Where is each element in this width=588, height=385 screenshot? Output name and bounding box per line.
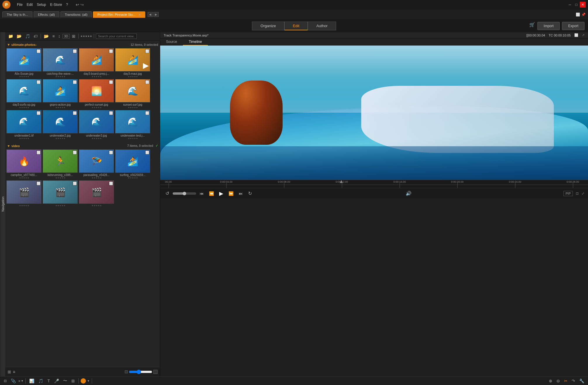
tl-zoom-out-icon[interactable]: ⊖ bbox=[555, 378, 561, 384]
tab-project-bin[interactable]: Project Bin: Pinnacle Stu... ✕ bbox=[93, 11, 145, 18]
window-minimize[interactable]: ─ bbox=[567, 2, 573, 8]
media-rating-v5[interactable]: ★★★★★ bbox=[6, 204, 41, 207]
small-thumb-toggle[interactable] bbox=[125, 370, 128, 373]
transport-return-icon[interactable]: ↺ bbox=[164, 190, 171, 197]
media-rating-campfire[interactable]: ★★★★★ bbox=[6, 177, 41, 179]
media-rating-8[interactable]: ★★★★★ bbox=[115, 106, 150, 109]
tl-wrench-icon[interactable]: 🔧 bbox=[578, 378, 586, 384]
media-rating-7[interactable]: ★★★★★ bbox=[79, 106, 114, 109]
media-item-day3-maui[interactable]: ▶ 🏄 ⬜ day3-maui.jpg ★★★★★ bbox=[115, 48, 150, 78]
rating-filter[interactable]: ★★★★★ bbox=[80, 35, 92, 38]
export-button[interactable]: Export bbox=[562, 22, 584, 30]
media-rating-v7[interactable]: ★★★★★ bbox=[79, 204, 114, 207]
skip-to-end-icon[interactable]: ⏭ bbox=[237, 191, 245, 196]
navigation-tab[interactable]: Navigation bbox=[0, 32, 5, 376]
transport-slider-thumb[interactable] bbox=[183, 192, 186, 195]
tl-text-icon[interactable]: T bbox=[46, 378, 51, 384]
media-rating-6[interactable]: ★★★★★ bbox=[43, 106, 78, 109]
pin-panel-icon[interactable]: 📌 bbox=[581, 13, 586, 17]
media-item-alix[interactable]: 🏄 ⬜ Alix-Susan.jpg ★★★★★ bbox=[6, 48, 41, 78]
tab-close-icon[interactable]: ✕ bbox=[138, 13, 141, 16]
media-item-underwater-test[interactable]: 🌊 ⬜ underwater-test.j... ★★★★★ bbox=[115, 110, 150, 140]
tl-dropdown-2[interactable]: ▼ bbox=[87, 379, 90, 382]
menu-help[interactable]: ? bbox=[64, 2, 70, 7]
media-rating-parasailing[interactable]: ★★★★★ bbox=[79, 177, 114, 179]
play-pause-button[interactable]: ▶ bbox=[217, 190, 225, 197]
media-item-v7[interactable]: 🎬 ⬜ ★★★★★ bbox=[79, 180, 114, 207]
tab-source[interactable]: Source bbox=[160, 39, 183, 46]
media-item-underwater1[interactable]: 🌊 ⬜ underwater1.tif ★★★★★ bbox=[6, 110, 41, 140]
media-item-perfect-sunset[interactable]: 🌅 ⬜ perfect-sunset.jpg ★★★★★ bbox=[79, 79, 114, 109]
sort-icon[interactable]: ↕ bbox=[57, 33, 61, 39]
media-item-kidsrunning[interactable]: 🏃 ⬜ kidsrunning_v388... ★★★★★ bbox=[43, 149, 78, 179]
transport-slider[interactable] bbox=[173, 192, 196, 195]
tl-collapse-icon[interactable]: ⊟ bbox=[2, 378, 8, 384]
step-forward-icon[interactable]: ⏩ bbox=[227, 191, 235, 196]
media-item-v6[interactable]: 🎬 ⬜ ★★★★★ bbox=[43, 180, 78, 207]
tl-wave-icon[interactable]: 〜 bbox=[62, 378, 69, 384]
media-rating-1[interactable]: ★★★★★ bbox=[6, 75, 41, 78]
edit-button[interactable]: Edit bbox=[284, 22, 308, 30]
folder-open-icon[interactable]: 📂 bbox=[43, 33, 50, 39]
media-rating-10[interactable]: ★★★★★ bbox=[43, 137, 78, 140]
step-back-icon[interactable]: ⏪ bbox=[207, 191, 216, 196]
media-rating-surfing[interactable]: ★★★★★ bbox=[115, 177, 150, 179]
media-rating-2[interactable]: ★★★★★ bbox=[43, 75, 78, 78]
expand-icon[interactable]: ⬜ bbox=[574, 33, 578, 37]
cart-icon[interactable]: 🛒 bbox=[529, 22, 535, 30]
section-expand-video-icon[interactable]: ▼ bbox=[7, 144, 10, 148]
media-item-day3-board[interactable]: 🏄 ⬜ day3-board-prep.j... ★★★★★ bbox=[79, 48, 114, 78]
tab-transitions[interactable]: Transitions: (all) bbox=[60, 11, 92, 18]
window-maximize[interactable]: □ bbox=[573, 2, 579, 8]
import-media-icon[interactable]: 📁 bbox=[7, 33, 14, 39]
tl-grid-icon[interactable]: ⊞ bbox=[70, 378, 76, 384]
media-item-underwater2[interactable]: 🌊 ⬜ underwater2.jpg ★★★★★ bbox=[43, 110, 78, 140]
window-close[interactable]: ✕ bbox=[580, 2, 586, 8]
skip-to-start-icon[interactable]: ⏮ bbox=[198, 191, 205, 196]
menu-file[interactable]: File bbox=[15, 2, 24, 7]
volume-icon[interactable]: 🔊 bbox=[404, 190, 413, 197]
maximize-panel-icon[interactable]: ⬜ bbox=[576, 13, 580, 17]
pip-button[interactable]: PIP bbox=[563, 191, 573, 196]
media-item-gopro[interactable]: 🏄 ⬜ gopro-action.jpg ★★★★★ bbox=[43, 79, 78, 109]
media-rating-11[interactable]: ★★★★★ bbox=[79, 137, 114, 140]
media-item-catching[interactable]: 🌊 ⬜ catching-the-wave-... ★★★★★ bbox=[43, 48, 78, 78]
thumb-size-slider[interactable] bbox=[129, 370, 152, 374]
storyboard-icon[interactable]: ⊞ bbox=[8, 370, 11, 374]
tab-scroll-left[interactable]: ◀ bbox=[148, 12, 153, 17]
loop-icon[interactable]: ↻ bbox=[246, 190, 254, 197]
tl-orange-btn[interactable] bbox=[81, 378, 86, 384]
author-button[interactable]: Author bbox=[308, 22, 336, 30]
redo-button[interactable]: ↪ bbox=[80, 2, 84, 7]
media-rating-9[interactable]: ★★★★★ bbox=[6, 137, 41, 140]
tl-dropdown-1[interactable]: ≡ ▼ bbox=[18, 379, 23, 383]
aspect-ratio-icon[interactable]: ⊡ bbox=[576, 191, 579, 196]
detach-icon[interactable]: ↗ bbox=[582, 33, 584, 37]
3d-view-button[interactable]: 3D bbox=[63, 34, 70, 39]
search-input[interactable] bbox=[96, 34, 137, 39]
media-item-parasailing[interactable]: 🪂 ⬜ parasailing_v5428... ★★★★★ bbox=[79, 149, 114, 179]
tl-clip-icon[interactable]: 📎 bbox=[9, 378, 17, 384]
tl-cut-icon[interactable]: ✂ bbox=[563, 378, 569, 384]
music-icon[interactable]: 🎵 bbox=[24, 33, 31, 39]
media-rating-12[interactable]: ★★★★★ bbox=[115, 137, 150, 140]
media-item-day3-surfs[interactable]: 🌊 ⬜ day3-surfs-up.jpg ★★★★★ bbox=[6, 79, 41, 109]
list-view-icon[interactable]: ≡ bbox=[51, 33, 56, 39]
import-button[interactable]: Import bbox=[537, 22, 560, 30]
tab-sky[interactable]: The Sky is th... bbox=[2, 11, 32, 18]
section-expand-icon[interactable]: ▼ bbox=[7, 43, 10, 46]
tl-audio-icon[interactable]: 🎵 bbox=[37, 378, 45, 384]
menu-setup[interactable]: Setup bbox=[35, 2, 48, 7]
fullscreen-icon[interactable]: ⤢ bbox=[582, 191, 584, 196]
tl-mic-icon[interactable]: 🎤 bbox=[53, 378, 60, 384]
tl-chart-icon[interactable]: 📊 bbox=[28, 378, 36, 384]
tl-zoom-in-icon[interactable]: ⊕ bbox=[547, 378, 554, 384]
media-rating-3[interactable]: ★★★★★ bbox=[79, 75, 114, 78]
media-item-campfire[interactable]: 🔥 ⬜ ✓ campfire_v977480... ★★★★★ bbox=[6, 149, 41, 179]
folder-icon[interactable]: 📂 bbox=[15, 33, 23, 39]
undo-button[interactable]: ↩ bbox=[76, 2, 79, 7]
tab-timeline[interactable]: Timeline bbox=[183, 39, 208, 46]
media-rating-v6[interactable]: ★★★★★ bbox=[43, 204, 78, 207]
tag-icon[interactable]: 🏷 bbox=[32, 33, 39, 39]
menu-estore[interactable]: E-Store bbox=[48, 2, 64, 7]
